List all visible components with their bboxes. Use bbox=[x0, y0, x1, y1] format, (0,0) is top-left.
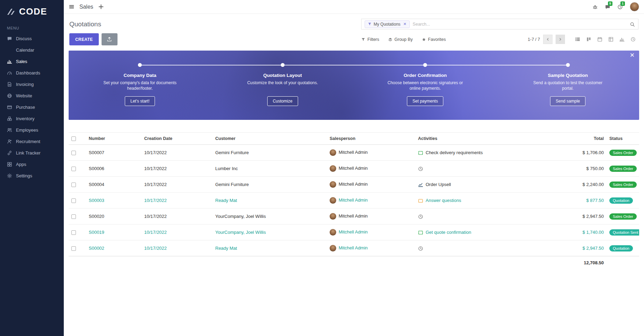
pager: 1-7 / 7 bbox=[528, 35, 565, 44]
search-icon[interactable] bbox=[630, 21, 635, 27]
logo-icon bbox=[6, 7, 16, 17]
activities-cell[interactable] bbox=[415, 240, 560, 256]
activities-cell[interactable] bbox=[415, 161, 560, 177]
column-customer[interactable]: Customer bbox=[212, 133, 327, 145]
activities-cell[interactable]: Get quote confirmation bbox=[415, 224, 560, 240]
row-checkbox[interactable] bbox=[71, 214, 76, 219]
table-row[interactable]: S0001910/17/2022YourCompany, Joel Willis… bbox=[69, 224, 639, 240]
salesperson-name: Mitchell Admin bbox=[339, 182, 368, 187]
column-number[interactable]: Number bbox=[86, 133, 141, 145]
table-row[interactable]: S0000210/17/2022Ready MatMitchell Admin$… bbox=[69, 240, 639, 256]
remove-facet-icon[interactable]: ✕ bbox=[403, 22, 406, 26]
creation-date: 10/17/2022 bbox=[141, 177, 212, 193]
sidebar-item-invoicing[interactable]: Invoicing bbox=[0, 79, 64, 90]
sidebar-item-website[interactable]: Website bbox=[0, 90, 64, 101]
activities-cell[interactable]: Order Upsell bbox=[415, 177, 560, 193]
pager-previous-button[interactable] bbox=[543, 35, 552, 44]
row-checkbox[interactable] bbox=[71, 151, 76, 155]
sidebar-item-dashboards[interactable]: Dashboards bbox=[0, 67, 64, 79]
debug-button[interactable] bbox=[592, 4, 598, 10]
favorites-button[interactable]: Favorites bbox=[422, 37, 446, 42]
activities-cell[interactable]: Check delivery requirements bbox=[415, 145, 560, 161]
order-number: S00020 bbox=[86, 209, 141, 224]
row-checkbox[interactable] bbox=[71, 183, 76, 187]
search-facet[interactable]: My Quotations ✕ bbox=[365, 20, 410, 28]
sidebar-item-sales[interactable]: Sales bbox=[0, 56, 64, 67]
row-checkbox[interactable] bbox=[71, 246, 76, 251]
sidebar-item-settings[interactable]: Settings bbox=[0, 170, 64, 182]
activities-button[interactable]: 1 bbox=[617, 4, 623, 10]
view-list-button[interactable] bbox=[572, 35, 583, 44]
table-row[interactable]: S0000410/17/2022Gemini FurnitureMitchell… bbox=[69, 177, 639, 193]
order-number: S00004 bbox=[86, 177, 141, 193]
user-avatar[interactable] bbox=[630, 2, 639, 11]
hamburger-menu-icon[interactable] bbox=[69, 4, 75, 10]
select-all-checkbox[interactable] bbox=[71, 136, 76, 141]
view-calendar-button[interactable] bbox=[594, 35, 605, 44]
activities-count-badge: 1 bbox=[620, 1, 625, 6]
export-button[interactable] bbox=[102, 33, 118, 45]
sidebar-item-inventory[interactable]: Inventory bbox=[0, 113, 64, 124]
activities-cell[interactable]: Answer questions bbox=[415, 193, 560, 209]
table-row[interactable]: S0000610/17/2022Lumber IncMitchell Admin… bbox=[69, 161, 639, 177]
chart-icon bbox=[7, 59, 12, 64]
column-creation-date[interactable]: Creation Date bbox=[141, 133, 212, 145]
banner-close-icon[interactable]: ✕ bbox=[630, 52, 635, 58]
order-number: S00006 bbox=[86, 161, 141, 177]
activities-cell[interactable] bbox=[415, 209, 560, 224]
view-graph-button[interactable] bbox=[616, 35, 627, 44]
messages-button[interactable]: 5 bbox=[605, 4, 610, 10]
search-bar[interactable]: My Quotations ✕ bbox=[361, 19, 638, 29]
column-total[interactable]: Total bbox=[560, 133, 607, 145]
sidebar-item-calendar[interactable]: Calendar bbox=[0, 44, 64, 56]
pager-next-button[interactable] bbox=[556, 35, 565, 44]
status-badge: Sales Order bbox=[609, 182, 637, 188]
calendar-view-icon bbox=[597, 37, 602, 42]
sidebar-item-discuss[interactable]: Discuss bbox=[0, 33, 64, 44]
activity-label[interactable]: Get quote confirmation bbox=[426, 230, 471, 235]
row-checkbox[interactable] bbox=[71, 167, 76, 171]
clock-icon bbox=[418, 166, 423, 171]
sidebar-item-apps[interactable]: Apps bbox=[0, 159, 64, 170]
activity-label[interactable]: Answer questions bbox=[426, 198, 461, 203]
view-kanban-button[interactable] bbox=[583, 35, 594, 44]
column-status[interactable]: Status bbox=[607, 133, 639, 145]
select-all-header bbox=[69, 133, 86, 145]
step-action-button[interactable]: Let's start! bbox=[125, 96, 155, 106]
sidebar-item-purchase[interactable]: Purchase bbox=[0, 101, 64, 113]
control-panel: Quotations My Quotations ✕ CREATE bbox=[64, 14, 644, 49]
people-icon bbox=[7, 127, 12, 133]
sidebar-item-employees[interactable]: Employees bbox=[0, 124, 64, 136]
status-badge: Sales Order bbox=[609, 166, 637, 172]
salesperson-avatar bbox=[330, 197, 336, 204]
page-title: Quotations bbox=[69, 20, 101, 28]
sidebar-item-link-tracker[interactable]: Link Tracker bbox=[0, 147, 64, 159]
column-salesperson[interactable]: Salesperson bbox=[327, 133, 415, 145]
table-row[interactable]: S0000310/17/2022Ready MatMitchell AdminA… bbox=[69, 193, 639, 209]
step-action-button[interactable]: Set payments bbox=[407, 96, 443, 106]
group-by-button[interactable]: Group By bbox=[388, 37, 413, 42]
create-button[interactable]: CREATE bbox=[69, 33, 99, 45]
app-logo[interactable]: CODE bbox=[0, 0, 64, 20]
view-pivot-button[interactable] bbox=[605, 35, 616, 44]
step-action-button[interactable]: Customize bbox=[267, 96, 298, 106]
view-activity-button[interactable] bbox=[627, 35, 638, 44]
activity-label[interactable]: Check delivery requirements bbox=[426, 150, 483, 155]
row-checkbox[interactable] bbox=[71, 198, 76, 203]
row-checkbox[interactable] bbox=[71, 230, 76, 235]
sidebar-item-recruitment[interactable]: Recruitment bbox=[0, 136, 64, 147]
search-input[interactable] bbox=[413, 22, 630, 27]
table-row[interactable]: S0000710/17/2022Gemini FurnitureMitchell… bbox=[69, 145, 639, 161]
onboarding-steps: Company DataSet your company's data for … bbox=[69, 51, 639, 106]
activity-label[interactable]: Order Upsell bbox=[426, 182, 451, 187]
gear-icon bbox=[7, 173, 12, 178]
step-action-button[interactable]: Send sample bbox=[550, 96, 585, 106]
add-tab-button[interactable] bbox=[98, 4, 104, 10]
salesperson-avatar bbox=[330, 245, 336, 251]
table-row[interactable]: S0002010/17/2022YourCompany, Joel Willis… bbox=[69, 209, 639, 224]
salesperson-name: Mitchell Admin bbox=[339, 213, 368, 219]
filters-button[interactable]: Filters bbox=[361, 37, 379, 42]
step-dot bbox=[566, 63, 570, 67]
grand-total: 12,708.50 bbox=[69, 256, 607, 269]
column-activities[interactable]: Activities bbox=[415, 133, 560, 145]
